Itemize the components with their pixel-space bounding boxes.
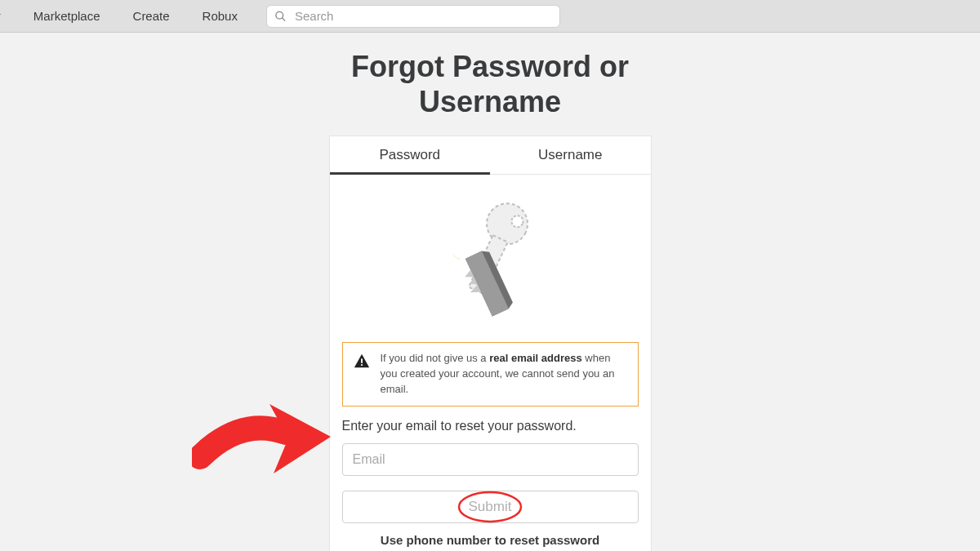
submit-label: Submit	[469, 499, 512, 514]
svg-point-0	[276, 11, 283, 19]
submit-button[interactable]: Submit	[342, 491, 639, 523]
svg-line-1	[282, 17, 285, 20]
title-line-2: Username	[419, 85, 561, 118]
tab-username[interactable]: Username	[490, 136, 651, 174]
search-input[interactable]	[266, 5, 560, 28]
use-phone-link[interactable]: Use phone number to reset password	[330, 533, 651, 551]
warning-prefix: If you did not give us a	[381, 352, 490, 364]
email-field[interactable]	[342, 443, 639, 476]
nav-item-marketplace[interactable]: Marketplace	[33, 9, 100, 23]
annotation-arrow-icon	[192, 388, 335, 486]
warning-bold: real email address	[489, 352, 581, 364]
tabs: Password Username	[330, 136, 651, 175]
nav-item-ver[interactable]: ver	[0, 9, 1, 23]
warning-box: If you did not give us a real email addr…	[342, 342, 639, 407]
search-icon	[274, 10, 287, 22]
warning-text: If you did not give us a real email addr…	[381, 351, 628, 398]
tab-password[interactable]: Password	[330, 136, 491, 174]
page-title: Forgot Password or Username	[0, 49, 980, 119]
warning-icon	[353, 353, 371, 371]
reset-card: Password Username	[329, 136, 652, 551]
keys-icon	[429, 195, 551, 326]
keys-illustration	[330, 175, 651, 342]
nav-item-robux[interactable]: Robux	[203, 9, 238, 23]
svg-rect-12	[361, 359, 363, 364]
top-navbar: ver Marketplace Create Robux	[0, 0, 980, 33]
instruction-text: Enter your email to reset your password.	[342, 419, 639, 433]
search-container	[266, 5, 560, 28]
svg-rect-13	[361, 365, 363, 367]
title-line-1: Forgot Password or	[351, 50, 629, 83]
nav-links: ver Marketplace Create Robux	[0, 9, 238, 23]
nav-item-create[interactable]: Create	[133, 9, 170, 23]
